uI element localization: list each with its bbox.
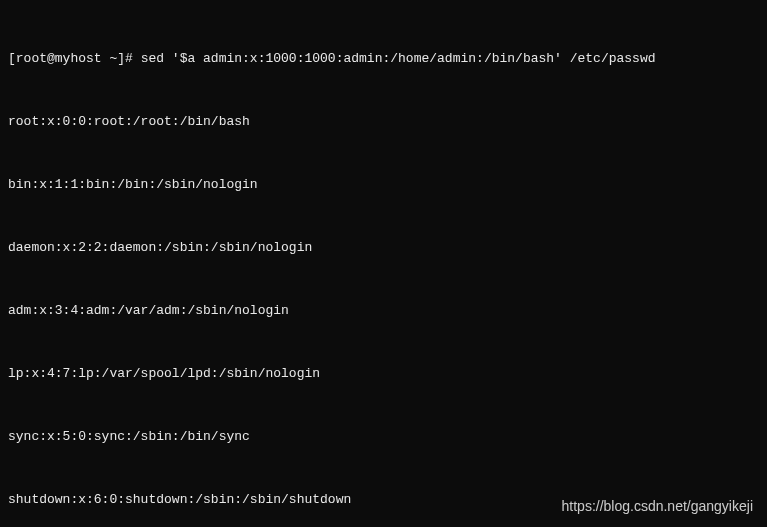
output-line: root:x:0:0:root:/root:/bin/bash [8,111,759,132]
output-line: bin:x:1:1:bin:/bin:/sbin/nologin [8,174,759,195]
output-line: sync:x:5:0:sync:/sbin:/bin/sync [8,426,759,447]
command-line: [root@myhost ~]# sed '$a admin:x:1000:10… [8,48,759,69]
shell-command: sed '$a admin:x:1000:1000:admin:/home/ad… [141,51,656,66]
output-line: daemon:x:2:2:daemon:/sbin:/sbin/nologin [8,237,759,258]
output-line: lp:x:4:7:lp:/var/spool/lpd:/sbin/nologin [8,363,759,384]
terminal-output[interactable]: [root@myhost ~]# sed '$a admin:x:1000:10… [8,6,759,527]
shell-prompt: [root@myhost ~]# [8,51,141,66]
watermark-text: https://blog.csdn.net/gangyikeji [562,496,753,517]
output-line: adm:x:3:4:adm:/var/adm:/sbin/nologin [8,300,759,321]
